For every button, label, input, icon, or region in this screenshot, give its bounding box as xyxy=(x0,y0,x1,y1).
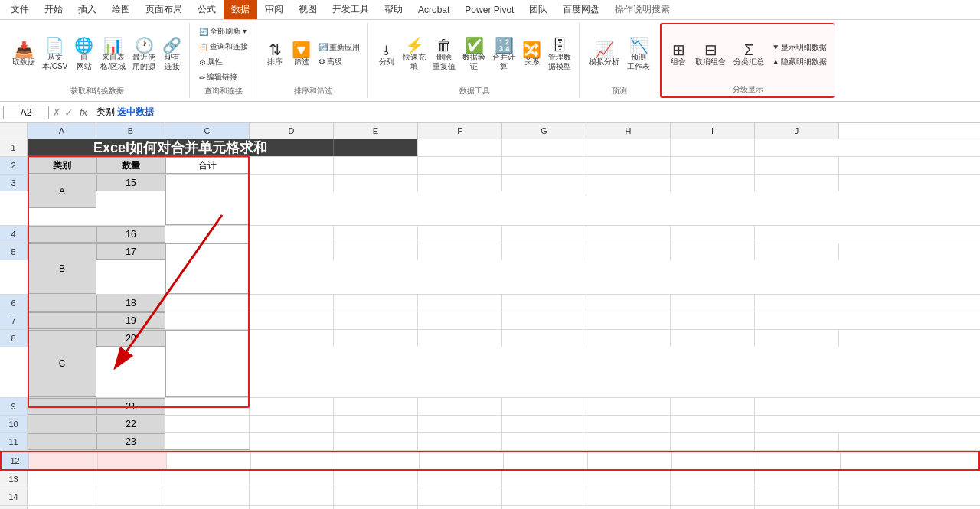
cell-g7[interactable] xyxy=(418,312,502,329)
btn-show-detail[interactable]: ▼ 显示明细数据 xyxy=(769,41,830,54)
cell-j5[interactable] xyxy=(755,243,839,260)
cell-c11[interactable] xyxy=(165,433,250,450)
cell-j1[interactable] xyxy=(671,139,755,156)
cell-j15[interactable] xyxy=(755,506,839,509)
cell-a7[interactable] xyxy=(28,312,96,329)
btn-properties[interactable]: ⚙ 属性 xyxy=(196,55,226,69)
btn-get-data[interactable]: 📥 取数据 xyxy=(9,41,38,68)
col-header-d[interactable]: D xyxy=(250,123,334,139)
cell-f7[interactable] xyxy=(334,312,418,329)
cell-b3[interactable]: 15 xyxy=(96,175,165,191)
tab-insert[interactable]: 插入 xyxy=(70,0,104,19)
btn-consolidate[interactable]: 🔢 合并计算 xyxy=(489,36,518,73)
cell-b5[interactable]: 17 xyxy=(96,243,165,260)
cell-c3-merged[interactable] xyxy=(165,175,250,225)
btn-relationships[interactable]: 🔀 关系 xyxy=(519,41,544,68)
cell-h9[interactable] xyxy=(502,398,586,415)
cell-d3[interactable] xyxy=(250,175,334,191)
cell-i13[interactable] xyxy=(671,471,755,488)
cell-j8[interactable] xyxy=(755,330,839,347)
cell-j9[interactable] xyxy=(671,398,755,415)
cell-a2[interactable]: 类别 xyxy=(28,157,96,174)
cell-c2[interactable]: 合计 xyxy=(165,157,250,174)
cell-e6[interactable] xyxy=(250,295,334,312)
cell-i12[interactable] xyxy=(672,452,756,469)
cell-b6[interactable]: 18 xyxy=(96,295,165,312)
btn-existing-connections[interactable]: 🔗 现有连接 xyxy=(159,36,185,73)
btn-ungroup[interactable]: ⊟ 取消组合 xyxy=(692,41,729,68)
cell-h4[interactable] xyxy=(502,226,586,243)
cell-i11[interactable] xyxy=(671,433,755,450)
cell-d5[interactable] xyxy=(250,243,334,260)
cell-f4[interactable] xyxy=(334,226,418,243)
cell-h15[interactable] xyxy=(586,506,671,509)
cell-h14[interactable] xyxy=(586,488,671,505)
cell-a8-merged[interactable]: C xyxy=(28,330,96,397)
cell-e9[interactable] xyxy=(250,398,334,415)
cell-j6[interactable] xyxy=(671,295,755,312)
col-header-a[interactable]: A xyxy=(28,123,96,139)
cell-j13[interactable] xyxy=(755,471,839,488)
btn-from-web[interactable]: 🌐 自网站 xyxy=(71,36,96,73)
tab-help[interactable]: 帮助 xyxy=(377,0,410,19)
btn-query-connections[interactable]: 📋 查询和连接 xyxy=(196,40,251,54)
cell-i10[interactable] xyxy=(586,416,671,432)
cell-a9[interactable] xyxy=(28,398,96,415)
cell-j7[interactable] xyxy=(671,312,755,329)
cell-d8[interactable] xyxy=(250,330,334,347)
tab-view[interactable]: 视图 xyxy=(291,0,325,19)
cell-d6[interactable] xyxy=(165,295,250,312)
tab-draw[interactable]: 绘图 xyxy=(104,0,138,19)
cell-i14[interactable] xyxy=(671,488,755,505)
cell-b10[interactable]: 22 xyxy=(96,416,165,432)
col-header-e[interactable]: E xyxy=(334,123,418,139)
cell-j4[interactable] xyxy=(671,226,755,243)
cell-f1[interactable] xyxy=(334,139,418,156)
col-header-c[interactable]: C xyxy=(165,123,250,139)
cell-i9[interactable] xyxy=(586,398,671,415)
cell-a14[interactable] xyxy=(28,488,96,505)
cell-e12[interactable] xyxy=(335,452,420,469)
cell-i2[interactable] xyxy=(671,157,755,174)
cell-e8[interactable] xyxy=(334,330,418,347)
cell-i1[interactable] xyxy=(586,139,671,156)
cell-b7[interactable]: 19 xyxy=(96,312,165,329)
cell-h3[interactable] xyxy=(586,175,671,191)
cell-j11[interactable] xyxy=(755,433,839,450)
cell-d2[interactable] xyxy=(250,157,334,174)
cell-b11[interactable]: 23 xyxy=(96,433,165,450)
cell-e11[interactable] xyxy=(334,433,418,450)
cell-i7[interactable] xyxy=(586,312,671,329)
btn-advanced[interactable]: ⚙ 高级 xyxy=(315,55,363,69)
cell-c15[interactable] xyxy=(165,506,250,509)
cell-j12[interactable] xyxy=(756,452,841,469)
cell-a5-merged[interactable]: B xyxy=(28,243,96,294)
cell-g8[interactable] xyxy=(502,330,586,347)
cell-a10[interactable] xyxy=(28,416,96,432)
cell-e3[interactable] xyxy=(334,175,418,191)
cell-c14[interactable] xyxy=(165,488,250,505)
cell-h7[interactable] xyxy=(502,312,586,329)
cell-g15[interactable] xyxy=(502,506,586,509)
cell-h10[interactable] xyxy=(502,416,586,432)
cell-e5[interactable] xyxy=(334,243,418,260)
cell-f14[interactable] xyxy=(418,488,502,505)
cell-f11[interactable] xyxy=(418,433,502,450)
cell-f13[interactable] xyxy=(418,471,502,488)
cell-d7[interactable] xyxy=(165,312,250,329)
cell-g2[interactable] xyxy=(502,157,586,174)
cell-e4[interactable] xyxy=(250,226,334,243)
cell-g4[interactable] xyxy=(418,226,502,243)
cell-b4[interactable]: 16 xyxy=(96,226,165,243)
tab-data[interactable]: 数据 xyxy=(224,0,257,19)
cell-h12[interactable] xyxy=(588,452,672,469)
col-header-h[interactable]: H xyxy=(586,123,671,139)
cell-f3[interactable] xyxy=(418,175,502,191)
cell-a13[interactable] xyxy=(28,471,96,488)
cell-g9[interactable] xyxy=(418,398,502,415)
cell-e14[interactable] xyxy=(334,488,418,505)
cell-h2[interactable] xyxy=(586,157,671,174)
cell-d4[interactable] xyxy=(165,226,250,243)
cell-d11[interactable] xyxy=(250,433,334,450)
cell-f15[interactable] xyxy=(418,506,502,509)
